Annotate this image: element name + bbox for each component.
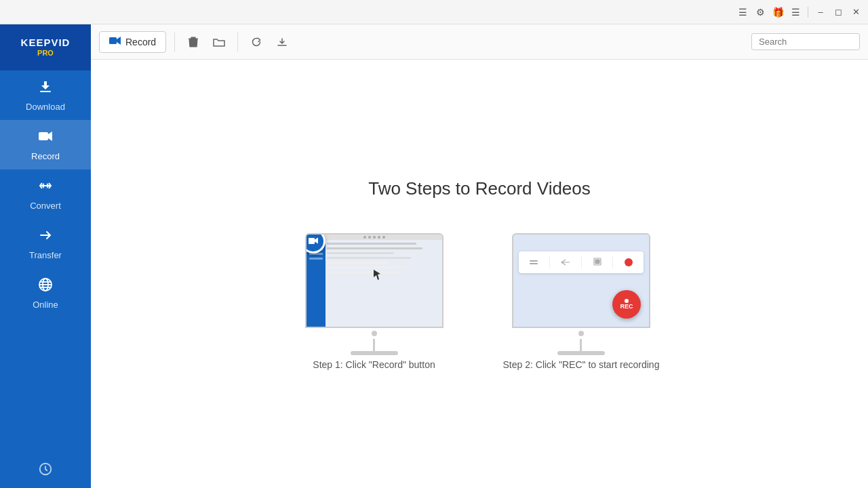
clock-icon[interactable] [38,462,53,480]
sidebar-item-label-transfer: Transfer [29,250,62,260]
step2-monitor: REC [507,233,656,348]
step2-label: Step 2: Click "REC" to start recording [503,359,660,370]
step-2: REC Step 2: Click "REC" to start recordi… [503,233,660,370]
logo-keepvid: KEEPVID [21,37,71,49]
page-title: Two Steps to Record Videos [368,178,591,199]
logo-area: KEEPVID PRO [0,24,91,70]
sidebar-item-label-online: Online [33,300,58,310]
main-content: Two Steps to Record Videos [91,60,868,488]
sidebar-item-label-record: Record [31,151,60,161]
rec-icon-1 [530,260,538,264]
record-button[interactable]: Record [99,31,166,53]
monitor2-dot [578,331,584,336]
monitor1-neck [373,339,375,351]
step-1: Step 1: Click "Record" button [300,233,449,370]
svg-rect-9 [309,238,315,244]
toolbar: Record [91,24,868,60]
step1-label: Step 1: Click "Record" button [313,359,435,370]
folder-button[interactable] [209,32,229,52]
rec-sep3 [612,256,613,268]
record-icon [37,128,54,148]
toolbar-separator-1 [174,33,175,52]
rec-sep2 [581,256,582,268]
refresh-button[interactable] [246,32,267,52]
svg-rect-1 [39,132,48,140]
steps-container: Step 1: Click "Record" button [300,233,660,370]
convert-icon [37,178,54,198]
logo-pro: PRO [21,49,71,58]
monitor2-foot [557,351,605,355]
gift-icon[interactable]: 🎁 [771,5,785,19]
search-input[interactable] [751,33,860,50]
step1-screen [305,233,443,328]
step2-screen: REC [512,233,650,328]
transfer-icon [37,227,54,247]
svg-rect-11 [595,260,599,264]
content-area: Record [91,24,868,488]
rec-red-btn [625,258,633,266]
delete-button[interactable] [183,32,203,52]
record-button-icon [109,36,121,48]
svg-rect-0 [40,91,51,92]
monitor1-foot [351,351,398,355]
online-icon [37,277,54,297]
list-icon[interactable]: ☰ [789,5,802,19]
maximize-button[interactable]: ◻ [831,5,845,19]
screen1-topbar [307,235,442,240]
menu-icon[interactable]: ☰ [736,5,749,19]
sidebar: KEEPVID PRO Download Record [0,24,91,488]
close-button[interactable]: ✕ [849,5,863,19]
rec-text: REC [620,304,633,310]
toolbar-separator-2 [237,33,238,52]
cursor-icon [374,270,380,281]
rec-button-overlay: REC [612,290,641,319]
svg-rect-8 [109,37,117,44]
monitor1-dot [372,331,377,336]
sidebar-item-transfer[interactable]: Transfer [0,219,91,268]
separator [808,7,808,18]
main-layout: KEEPVID PRO Download Record [0,24,868,488]
sidebar-item-label-convert: Convert [30,201,61,211]
rec-icon-3 [593,256,601,268]
logo: KEEPVID PRO [21,37,71,58]
download-icon [37,79,54,99]
minimize-button[interactable]: – [814,5,827,19]
sidebar-item-record[interactable]: Record [0,120,91,169]
sidebar-item-label-download: Download [26,102,65,112]
sidebar-bottom [0,462,91,488]
sidebar-item-convert[interactable]: Convert [0,169,91,219]
rec-toolbar [519,251,644,273]
step1-monitor [300,233,449,348]
rec-dot [625,299,629,303]
screen1-content-area [327,237,439,324]
record-button-label: Record [125,37,156,47]
sidebar-item-download[interactable]: Download [0,70,91,120]
sidebar-item-online[interactable]: Online [0,268,91,318]
title-bar: ☰ ⚙ 🎁 ☰ – ◻ ✕ [0,0,868,24]
rec-icon-2 [561,256,570,268]
monitor2-neck [580,339,582,351]
import-button[interactable] [272,32,292,52]
rec-sep1 [549,256,550,268]
settings-icon[interactable]: ⚙ [753,5,767,19]
